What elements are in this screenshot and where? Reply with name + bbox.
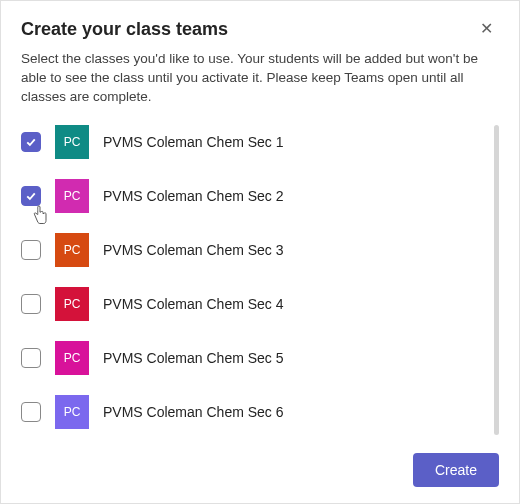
create-class-teams-dialog: Create your class teams ✕ Select the cla…	[1, 1, 519, 503]
class-row[interactable]: PCPVMS Coleman Chem Sec 4	[21, 287, 499, 321]
scrollbar[interactable]	[494, 125, 499, 435]
dialog-title: Create your class teams	[21, 19, 228, 40]
class-name-label: PVMS Coleman Chem Sec 6	[103, 404, 284, 420]
class-list-container: PCPVMS Coleman Chem Sec 1PCPVMS Coleman …	[21, 125, 499, 439]
class-checkbox[interactable]	[21, 294, 41, 314]
create-button[interactable]: Create	[413, 453, 499, 487]
class-tile: PC	[55, 179, 89, 213]
class-row[interactable]: PCPVMS Coleman Chem Sec 6	[21, 395, 499, 429]
class-checkbox[interactable]	[21, 240, 41, 260]
class-checkbox[interactable]	[21, 132, 41, 152]
class-row[interactable]: PCPVMS Coleman Chem Sec 3	[21, 233, 499, 267]
class-row[interactable]: PCPVMS Coleman Chem Sec 5	[21, 341, 499, 375]
pointer-cursor-icon	[31, 205, 49, 227]
class-tile: PC	[55, 395, 89, 429]
class-name-label: PVMS Coleman Chem Sec 2	[103, 188, 284, 204]
class-name-label: PVMS Coleman Chem Sec 1	[103, 134, 284, 150]
class-name-label: PVMS Coleman Chem Sec 3	[103, 242, 284, 258]
dialog-footer: Create	[21, 439, 499, 503]
class-tile: PC	[55, 341, 89, 375]
dialog-header: Create your class teams ✕	[21, 19, 499, 40]
dialog-subtitle: Select the classes you'd like to use. Yo…	[21, 50, 499, 107]
class-checkbox[interactable]	[21, 348, 41, 368]
class-name-label: PVMS Coleman Chem Sec 4	[103, 296, 284, 312]
class-tile: PC	[55, 287, 89, 321]
class-row[interactable]: PCPVMS Coleman Chem Sec 1	[21, 125, 499, 159]
class-checkbox[interactable]	[21, 402, 41, 422]
class-tile: PC	[55, 125, 89, 159]
class-list: PCPVMS Coleman Chem Sec 1PCPVMS Coleman …	[21, 125, 499, 437]
class-name-label: PVMS Coleman Chem Sec 5	[103, 350, 284, 366]
class-row[interactable]: PCPVMS Coleman Chem Sec 2	[21, 179, 499, 213]
close-button[interactable]: ✕	[474, 19, 499, 39]
class-checkbox[interactable]	[21, 186, 41, 206]
class-tile: PC	[55, 233, 89, 267]
